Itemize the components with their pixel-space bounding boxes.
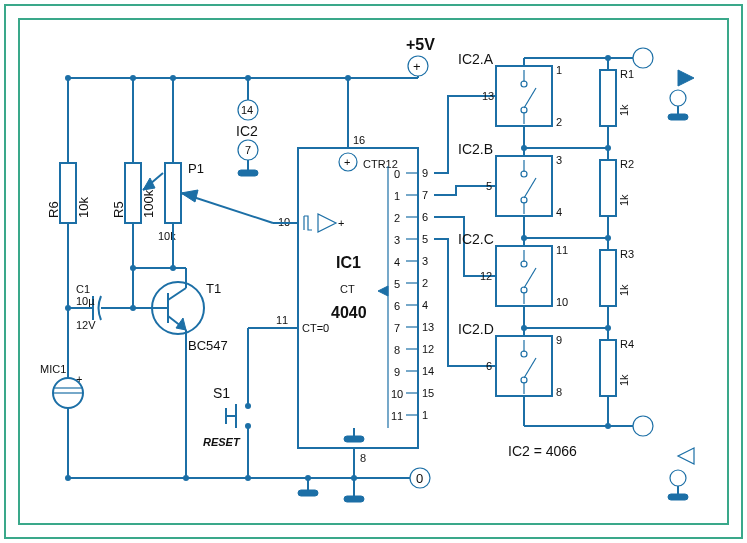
ic1-plus: + [344, 156, 350, 168]
svg-text:9: 9 [394, 366, 400, 378]
svg-rect-184 [668, 494, 688, 500]
svg-point-169 [605, 145, 611, 151]
svg-text:10: 10 [391, 388, 403, 400]
svg-marker-15 [143, 178, 155, 190]
ic2-vcc-pin: 14 [241, 104, 253, 116]
svg-text:7: 7 [422, 189, 428, 201]
c1-volt: 12V [76, 319, 96, 331]
svg-text:4: 4 [556, 206, 562, 218]
svg-text:7: 7 [394, 322, 400, 334]
svg-point-158 [633, 416, 653, 436]
ic1-ctzero: CT=0 [302, 322, 329, 334]
ic2-gnd-pin: 7 [245, 144, 251, 156]
svg-point-182 [670, 470, 686, 486]
svg-rect-190 [298, 490, 318, 496]
t1-part: BC547 [188, 338, 228, 353]
svg-text:14: 14 [422, 365, 434, 377]
svg-text:12: 12 [480, 270, 492, 282]
svg-rect-195 [344, 496, 364, 502]
svg-text:11: 11 [556, 244, 568, 256]
p1-ref: P1 [188, 161, 204, 176]
plus-icon: + [413, 59, 421, 74]
ic1-ct: CT [340, 283, 355, 295]
svg-text:4: 4 [422, 299, 428, 311]
ic1-ref: IC1 [336, 254, 361, 271]
svg-text:6: 6 [394, 300, 400, 312]
svg-text:10: 10 [556, 296, 568, 308]
svg-text:8: 8 [394, 344, 400, 356]
svg-text:3: 3 [394, 234, 400, 246]
svg-text:3: 3 [422, 255, 428, 267]
svg-text:9: 9 [422, 167, 428, 179]
zero-volt-label: 0 [416, 471, 423, 486]
c1-ref: C1 [76, 283, 90, 295]
svg-text:2: 2 [422, 277, 428, 289]
svg-text:+: + [338, 217, 344, 229]
schematic-canvas: + +5V R6 10k R5 100k P1 10k [18, 18, 729, 525]
ic1-ctr: CTR12 [363, 158, 398, 170]
svg-point-188 [245, 475, 251, 481]
svg-rect-9 [60, 163, 76, 223]
c1-val: 10µ [76, 295, 95, 307]
r2-ref: R2 [620, 158, 634, 170]
svg-point-154 [633, 48, 653, 68]
ic2b-ref: IC2.B [458, 141, 493, 157]
svg-rect-63 [344, 436, 364, 442]
t1-ref: T1 [206, 281, 221, 296]
svg-marker-177 [678, 70, 694, 86]
svg-text:1: 1 [556, 64, 562, 76]
output-bottom-icon [668, 448, 694, 500]
svg-text:1: 1 [422, 409, 428, 421]
ic1-pin8: 8 [360, 452, 366, 464]
svg-rect-47 [238, 170, 258, 176]
r3-val: 1k [618, 284, 630, 296]
svg-text:9: 9 [556, 334, 562, 346]
svg-text:3: 3 [556, 154, 562, 166]
svg-text:5: 5 [394, 278, 400, 290]
ic1-part: 4040 [331, 304, 367, 321]
ic2c-ref: IC2.C [458, 231, 494, 247]
output-top-icon [668, 70, 694, 120]
r5-val: 100k [141, 189, 156, 218]
svg-text:13: 13 [482, 90, 494, 102]
power-5v-label: +5V [406, 36, 435, 53]
r5-ref: R5 [111, 201, 126, 218]
svg-rect-162 [600, 160, 616, 216]
svg-point-173 [605, 325, 611, 331]
svg-text:2: 2 [394, 212, 400, 224]
svg-rect-13 [125, 163, 141, 223]
svg-text:2: 2 [556, 116, 562, 128]
r3-ref: R3 [620, 248, 634, 260]
svg-text:12: 12 [422, 343, 434, 355]
svg-rect-17 [165, 163, 181, 223]
svg-text:5: 5 [486, 180, 492, 192]
svg-text:15: 15 [422, 387, 434, 399]
schematic-frame: + +5V R6 10k R5 100k P1 10k [0, 0, 747, 543]
svg-marker-19 [181, 190, 198, 202]
r6-val: 10k [76, 197, 91, 218]
svg-point-171 [605, 235, 611, 241]
svg-rect-166 [600, 340, 616, 396]
svg-text:6: 6 [486, 360, 492, 372]
r1-val: 1k [618, 104, 630, 116]
svg-rect-164 [600, 250, 616, 306]
r6-ref: R6 [46, 201, 61, 218]
r2-val: 1k [618, 194, 630, 206]
r1-ref: R1 [620, 68, 634, 80]
svg-text:13: 13 [422, 321, 434, 333]
ic1-pin11: 11 [276, 314, 288, 326]
svg-point-191 [305, 475, 311, 481]
svg-marker-181 [678, 448, 694, 464]
svg-point-193 [351, 475, 357, 481]
ic2a-ref: IC2.A [458, 51, 494, 67]
ic2-power-ref: IC2 [236, 123, 258, 139]
ic1-pin16: 16 [353, 134, 365, 146]
svg-text:11: 11 [391, 410, 403, 422]
svg-text:4: 4 [394, 256, 400, 268]
plus-mic: + [76, 373, 82, 385]
svg-text:5: 5 [422, 233, 428, 245]
svg-rect-160 [600, 70, 616, 126]
s1-ref: S1 [213, 385, 230, 401]
ic2d-ref: IC2.D [458, 321, 494, 337]
ic2-eq-label: IC2 = 4066 [508, 443, 577, 459]
